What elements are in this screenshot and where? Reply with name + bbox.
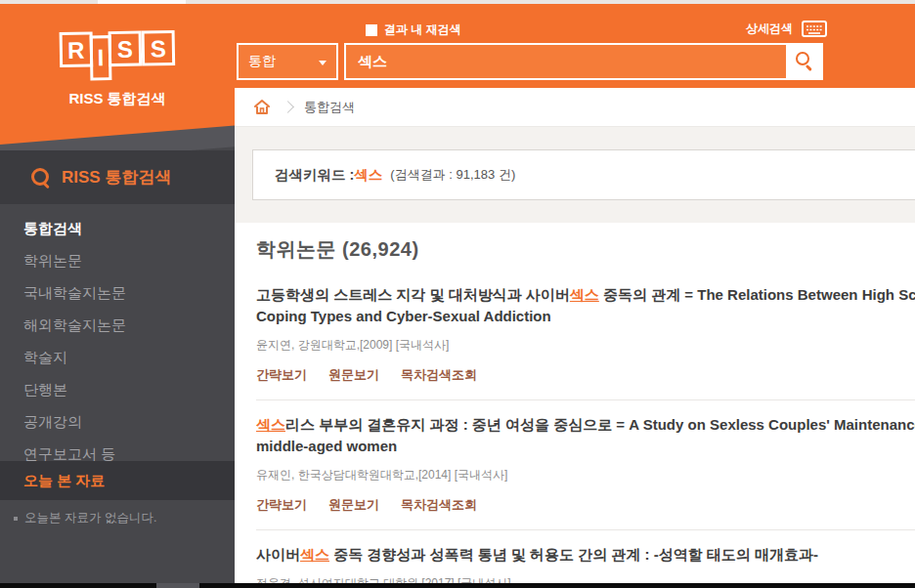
search-icon bbox=[31, 168, 50, 187]
result-title[interactable]: 고등학생의 스트레스 지각 및 대처방식과 사이버섹스 중독의 관계 = The… bbox=[256, 284, 915, 306]
result-title[interactable]: 사이버섹스 중독 경향성과 성폭력 통념 및 허용도 간의 관계 : -성역할 … bbox=[256, 544, 915, 566]
title-text: 리스 부부의 결혼유지 과정 : 중년 여성을 중심으로 = A Study o… bbox=[285, 416, 915, 433]
advanced-search[interactable]: 상세검색 bbox=[746, 21, 827, 37]
result-count: (검색결과 : 91,183 건) bbox=[390, 166, 515, 184]
sidebar-item-theses[interactable]: 학위논문 bbox=[0, 245, 235, 277]
keyword-value: 섹스 bbox=[354, 166, 382, 185]
title-highlight: 섹스 bbox=[570, 286, 599, 303]
search-box bbox=[344, 43, 823, 80]
brief-view-link[interactable]: 간략보기 bbox=[256, 366, 307, 384]
rescope-checkbox[interactable] bbox=[366, 24, 377, 36]
sidebar-search-title-label: RISS 통합검색 bbox=[62, 166, 171, 189]
rescope-label: 결과 내 재검색 bbox=[384, 21, 461, 38]
result-title-line2[interactable]: Coping Types and Cyber-Sexual Addiction bbox=[256, 306, 915, 327]
advanced-search-label[interactable]: 상세검색 bbox=[746, 21, 793, 37]
fulltext-view-link[interactable]: 원문보기 bbox=[328, 496, 379, 514]
logo-caption: RISS 통합검색 bbox=[0, 90, 235, 108]
title-text: 중독 경향성과 성폭력 통념 및 허용도 간의 관계 : -성역할 태도의 매개… bbox=[329, 546, 818, 563]
chevron-down-icon bbox=[319, 61, 327, 65]
search-scope-value: 통합 bbox=[248, 53, 276, 70]
title-highlight: 섹스 bbox=[256, 416, 285, 433]
logo-letter: S bbox=[142, 30, 176, 66]
fulltext-view-link[interactable]: 원문보기 bbox=[328, 366, 379, 384]
bottom-bar-segment bbox=[156, 583, 199, 588]
keyword-label: 검색키워드 : bbox=[275, 166, 354, 185]
result-item: 고등학생의 스트레스 지각 및 대처방식과 사이버섹스 중독의 관계 = The… bbox=[256, 284, 915, 384]
sidebar-item-open-lectures[interactable]: 공개강의 bbox=[0, 406, 235, 439]
rescope-option[interactable]: 결과 내 재검색 bbox=[366, 21, 461, 38]
result-meta: 유재인, 한국상담대학원대학교,[2014] [국내석사] bbox=[256, 467, 915, 483]
section-title: 학위논문 (26,924) bbox=[256, 236, 915, 263]
result-title-line2[interactable]: middle-aged women bbox=[256, 436, 915, 457]
keyboard-icon[interactable] bbox=[802, 21, 827, 37]
bottom-bar bbox=[0, 583, 915, 588]
riss-logo[interactable]: R I S S bbox=[60, 30, 176, 81]
result-links: 간략보기 원문보기 목차검색조회 bbox=[256, 366, 915, 384]
search-icon bbox=[796, 52, 812, 68]
sidebar-item-books[interactable]: 단행본 bbox=[0, 374, 235, 406]
sidebar-item-journals[interactable]: 학술지 bbox=[0, 342, 235, 374]
search-button[interactable] bbox=[786, 45, 821, 78]
sidebar: R I S S RISS 통합검색 RISS 통합검색 통합검색 학위논문 국내… bbox=[0, 4, 235, 588]
result-item: 섹스리스 부부의 결혼유지 과정 : 중년 여성을 중심으로 = A Study… bbox=[256, 399, 915, 514]
toc-search-link[interactable]: 목차검색조회 bbox=[401, 496, 477, 514]
toc-search-link[interactable]: 목차검색조회 bbox=[401, 366, 477, 384]
title-text: 중독의 관계 = The Relations Between High Scho… bbox=[599, 286, 915, 303]
home-icon[interactable] bbox=[252, 98, 272, 116]
today-viewed-section: 오늘 본 자료 bbox=[0, 461, 235, 500]
today-viewed-empty: 오늘본 자료가 없습니다. bbox=[0, 510, 235, 526]
breadcrumb-current: 통합검색 bbox=[304, 99, 355, 116]
search-input[interactable] bbox=[346, 45, 821, 78]
keyword-summary-box: 검색키워드 : 섹스 (검색결과 : 91,183 건) bbox=[252, 149, 915, 200]
title-highlight: 섹스 bbox=[300, 546, 329, 563]
results-panel: 학위논문 (26,924) 고등학생의 스트레스 지각 및 대처방식과 사이버섹… bbox=[235, 223, 915, 588]
breadcrumb: 통합검색 bbox=[235, 88, 915, 127]
sidebar-search-title: RISS 통합검색 bbox=[0, 150, 235, 204]
sidebar-item-domestic-journals[interactable]: 국내학술지논문 bbox=[0, 277, 235, 310]
brief-view-link[interactable]: 간략보기 bbox=[256, 496, 307, 514]
title-text: 사이버 bbox=[256, 546, 300, 563]
sidebar-item-overseas-journals[interactable]: 해외학술지논문 bbox=[0, 310, 235, 342]
chevron-right-icon bbox=[282, 101, 294, 113]
sidebar-item-integrated-search[interactable]: 통합검색 bbox=[0, 213, 235, 245]
result-links: 간략보기 원문보기 목차검색조회 bbox=[256, 496, 915, 514]
result-item: 사이버섹스 중독 경향성과 성폭력 통념 및 허용도 간의 관계 : -성역할 … bbox=[256, 529, 915, 588]
title-text: 고등학생의 스트레스 지각 및 대처방식과 사이버 bbox=[256, 286, 570, 303]
bullet-icon bbox=[14, 517, 18, 521]
sidebar-menu: 통합검색 학위논문 국내학술지논문 해외학술지논문 학술지 단행본 공개강의 연… bbox=[0, 213, 235, 471]
logo-letter: S bbox=[109, 31, 143, 67]
today-viewed-empty-text: 오늘본 자료가 없습니다. bbox=[24, 510, 156, 526]
result-meta: 윤지연, 강원대학교,[2009] [국내석사] bbox=[256, 337, 915, 354]
result-title[interactable]: 섹스리스 부부의 결혼유지 과정 : 중년 여성을 중심으로 = A Study… bbox=[256, 414, 915, 436]
today-viewed-title: 오늘 본 자료 bbox=[23, 472, 105, 490]
search-scope-dropdown[interactable]: 통합 bbox=[237, 43, 338, 80]
logo-letter: R bbox=[60, 31, 94, 67]
